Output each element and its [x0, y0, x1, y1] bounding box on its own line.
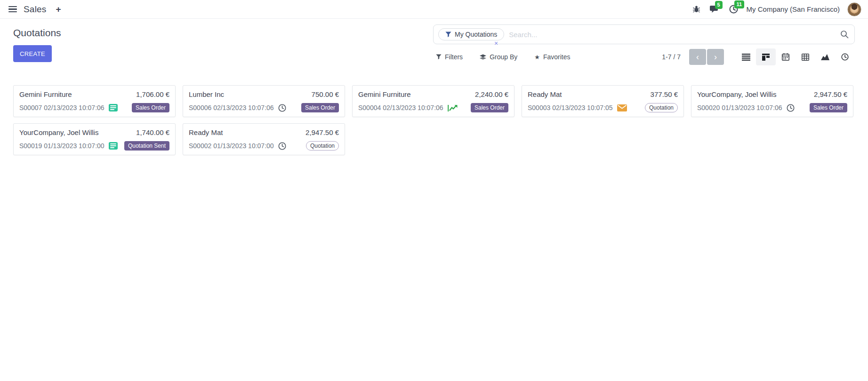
card-bottom-row: S00002 01/13/2023 10:07:00 Quotation: [189, 141, 339, 151]
card-amount: 2,240.00 €: [475, 90, 508, 98]
quotation-card[interactable]: YourCompany, Joel Willis 1,740.00 € S000…: [13, 123, 176, 155]
calendar-view-icon[interactable]: [776, 48, 796, 65]
card-status-badge: Quotation Sent: [124, 141, 169, 151]
page-title: Quotations: [13, 27, 61, 39]
control-panel: Quotations CREATE My Quotations ×: [0, 19, 868, 70]
card-reference-wrap: S00019 01/13/2023 10:07:00: [19, 142, 118, 150]
card-amount: 2,947.50 €: [814, 90, 847, 98]
card-reference: S00006 02/13/2023 10:07:06: [189, 104, 274, 111]
card-reference: S00019 01/13/2023 10:07:00: [19, 142, 104, 150]
control-panel-row2: Filters Group By ★ Favorites 1-7 / 7 ‹: [433, 48, 855, 65]
card-amount: 377.50 €: [651, 90, 678, 98]
clock-activity-icon[interactable]: [787, 104, 795, 112]
pager-value: 1-7 / 7: [662, 53, 681, 61]
filters-button[interactable]: Filters: [436, 53, 463, 61]
card-status-badge: Quotation: [306, 141, 339, 151]
card-customer: Gemini Furniture: [358, 90, 411, 98]
list-view-icon[interactable]: [736, 48, 756, 65]
card-reference: S00020 01/13/2023 10:07:06: [697, 104, 782, 111]
control-panel-left: Quotations CREATE: [13, 24, 61, 65]
envelope-activity-icon[interactable]: [617, 104, 627, 111]
bug-icon: [692, 5, 700, 13]
favorites-button[interactable]: ★ Favorites: [534, 53, 570, 61]
favorites-label: Favorites: [543, 53, 571, 61]
kanban-view-icon[interactable]: [756, 48, 776, 65]
quotation-card[interactable]: Ready Mat 2,947.50 € S00002 01/13/2023 1…: [183, 123, 345, 155]
card-top-row: Lumber Inc 750.00 €: [189, 90, 339, 98]
activities-button[interactable]: 11: [728, 4, 739, 15]
user-avatar[interactable]: [847, 2, 861, 16]
messages-button[interactable]: 5: [709, 4, 721, 15]
card-customer: Gemini Furniture: [19, 90, 72, 98]
filters-funnel-icon: [436, 54, 442, 60]
note-activity-icon[interactable]: [109, 142, 118, 150]
activity-view-icon[interactable]: [835, 48, 855, 65]
facet-label: My Quotations: [455, 31, 497, 38]
control-panel-right: My Quotations × Filters: [433, 24, 855, 65]
card-amount: 2,947.50 €: [305, 128, 339, 136]
card-customer: YourCompany, Joel Willis: [697, 90, 776, 98]
quotation-card[interactable]: Ready Mat 377.50 € S00003 02/13/2023 10:…: [522, 85, 684, 117]
systray: 5 11 My Company (San Francisco): [691, 2, 861, 16]
card-bottom-row: S00007 02/13/2023 10:07:06 Sales Order: [19, 103, 169, 112]
add-menu-icon[interactable]: +: [51, 3, 66, 16]
create-button[interactable]: CREATE: [13, 45, 52, 62]
card-top-row: Gemini Furniture 2,240.00 €: [358, 90, 508, 98]
search-facet-my-quotations[interactable]: My Quotations ×: [438, 28, 504, 40]
clock-activity-icon[interactable]: [278, 142, 286, 150]
card-reference: S00003 02/13/2023 10:07:05: [528, 104, 613, 111]
group-by-button[interactable]: Group By: [480, 53, 517, 61]
favorites-star-icon: ★: [534, 54, 540, 61]
quotation-card[interactable]: Lumber Inc 750.00 € S00006 02/13/2023 10…: [183, 85, 345, 117]
kanban-view: Gemini Furniture 1,706.00 € S00007 02/13…: [0, 70, 868, 170]
card-top-row: Ready Mat 2,947.50 €: [189, 128, 339, 136]
card-reference: S00007 02/13/2023 10:07:06: [19, 104, 104, 111]
card-status-badge: Sales Order: [471, 103, 508, 112]
card-reference-wrap: S00003 02/13/2023 10:07:05: [528, 104, 627, 111]
search-options: Filters Group By ★ Favorites: [433, 53, 571, 61]
card-reference-wrap: S00020 01/13/2023 10:07:06: [697, 104, 795, 112]
card-top-row: Gemini Furniture 1,706.00 €: [19, 90, 169, 98]
view-switcher: [736, 48, 855, 65]
card-top-row: YourCompany, Joel Willis 1,740.00 €: [19, 128, 169, 136]
card-status-badge: Quotation: [645, 103, 678, 112]
search-input[interactable]: [504, 31, 840, 39]
card-customer: Ready Mat: [528, 90, 562, 98]
trend-up-activity-icon[interactable]: [448, 104, 458, 112]
card-reference: S00002 01/13/2023 10:07:00: [189, 142, 274, 150]
card-top-row: YourCompany, Joel Willis 2,947.50 €: [697, 90, 847, 98]
pager-previous-icon[interactable]: ‹: [689, 49, 706, 65]
top-navbar: Sales + 5 11 My C: [0, 0, 868, 19]
filter-funnel-icon: [445, 32, 451, 38]
search-icon[interactable]: [840, 30, 849, 39]
card-customer: Lumber Inc: [189, 90, 224, 98]
card-bottom-row: S00006 02/13/2023 10:07:06 Sales Order: [189, 103, 339, 112]
card-reference-wrap: S00006 02/13/2023 10:07:06: [189, 104, 286, 112]
facet-remove-icon[interactable]: ×: [494, 40, 498, 47]
card-reference-wrap: S00007 02/13/2023 10:07:06: [19, 104, 118, 111]
messages-count-badge: 5: [715, 1, 723, 9]
quotation-card[interactable]: Gemini Furniture 2,240.00 € S00004 02/13…: [352, 85, 514, 117]
pager-next-icon[interactable]: ›: [707, 49, 724, 65]
clock-activity-icon[interactable]: [278, 104, 286, 112]
quotation-card[interactable]: YourCompany, Joel Willis 2,947.50 € S000…: [691, 85, 853, 117]
card-top-row: Ready Mat 377.50 €: [528, 90, 678, 98]
card-customer: Ready Mat: [189, 128, 223, 136]
apps-menu-icon[interactable]: [5, 1, 21, 17]
pivot-view-icon[interactable]: [796, 48, 815, 65]
card-amount: 1,740.00 €: [136, 128, 169, 136]
note-activity-icon[interactable]: [109, 104, 118, 111]
navbar-left: Sales +: [5, 1, 66, 17]
app-name[interactable]: Sales: [24, 4, 47, 15]
activities-count-badge: 11: [734, 0, 745, 8]
graph-view-icon[interactable]: [815, 48, 835, 65]
pager-and-views: 1-7 / 7 ‹ ›: [662, 48, 855, 65]
card-bottom-row: S00019 01/13/2023 10:07:00 Quotation Sen…: [19, 141, 169, 151]
company-switcher[interactable]: My Company (San Francisco): [747, 5, 840, 13]
search-bar[interactable]: My Quotations ×: [433, 24, 855, 44]
group-by-layers-icon: [480, 54, 486, 60]
card-bottom-row: S00003 02/13/2023 10:07:05 Quotation: [528, 103, 678, 112]
quotation-card[interactable]: Gemini Furniture 1,706.00 € S00007 02/13…: [13, 85, 176, 117]
filters-label: Filters: [445, 53, 463, 61]
debug-bug-icon[interactable]: [691, 4, 701, 14]
